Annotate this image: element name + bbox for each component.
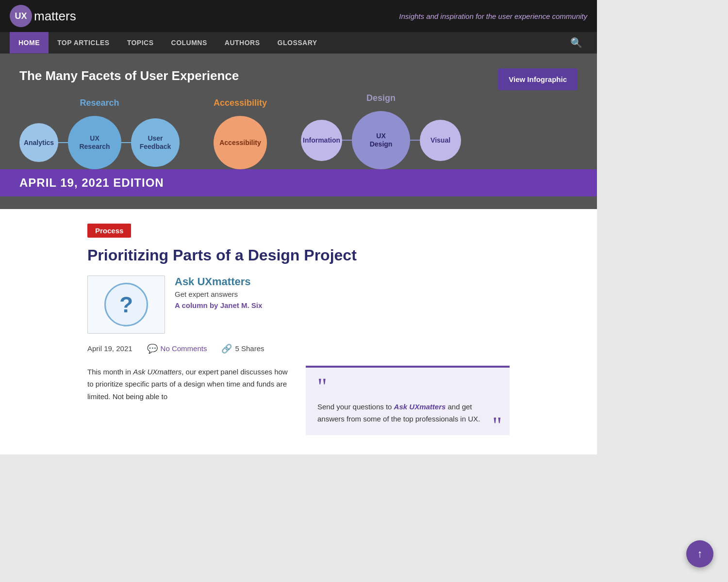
ux-research-bubble[interactable]: UXResearch xyxy=(68,116,121,169)
connector-purple-1 xyxy=(342,140,352,141)
column-name[interactable]: Ask UXmatters xyxy=(175,275,262,288)
view-infographic-button[interactable]: View Infographic xyxy=(498,68,578,90)
nav-bar: HOME TOP ARTICLES TOPICS COLUMNS AUTHORS… xyxy=(0,32,597,54)
main-article-area: Process Prioritizing Parts of a Design P… xyxy=(0,209,597,454)
connector-2 xyxy=(121,142,131,143)
research-label: Research xyxy=(80,98,119,108)
visual-bubble[interactable]: Visual xyxy=(420,120,461,161)
column-info: Ask UXmatters Get expert answers A colum… xyxy=(175,275,262,312)
author-name[interactable]: Janet M. Six xyxy=(220,301,263,309)
search-icon[interactable]: 🔍 xyxy=(565,32,587,53)
question-bubble: ? xyxy=(104,283,148,326)
author-prefix: A column by xyxy=(175,301,218,309)
article-body-text: This month in Ask UXmatters, our expert … xyxy=(87,366,291,435)
site-tagline: Insights and inspiration for the user ex… xyxy=(399,12,587,20)
article-meta-row: ? Ask UXmatters Get expert answers A col… xyxy=(87,275,510,334)
article-date: April 19, 2021 xyxy=(87,344,132,353)
quote-text: Send your questions to Ask UXmatters and… xyxy=(317,401,498,425)
ux-design-bubble[interactable]: UXDesign xyxy=(352,111,410,169)
research-group: Research Analytics UXResearch UserFeedba… xyxy=(19,98,180,169)
comments-stat[interactable]: 💬 No Comments xyxy=(147,343,207,354)
analytics-bubble[interactable]: Analytics xyxy=(19,123,58,162)
information-bubble[interactable]: Information xyxy=(301,120,342,161)
nav-item-columns[interactable]: COLUMNS xyxy=(163,32,216,53)
comments-count[interactable]: No Comments xyxy=(161,344,207,353)
comment-icon: 💬 xyxy=(147,343,158,354)
article-body-grid: This month in Ask UXmatters, our expert … xyxy=(87,366,510,435)
logo-ux-text: UX xyxy=(15,11,27,21)
quote-box: " Send your questions to Ask UXmatters a… xyxy=(306,366,510,435)
close-quote-mark: " xyxy=(492,420,502,431)
hero-title: The Many Facets of User Experience xyxy=(19,68,578,83)
accessibility-bubbles: Accessibility xyxy=(214,116,267,169)
article-title: Prioritizing Parts of a Design Project xyxy=(87,245,510,266)
category-badge[interactable]: Process xyxy=(87,224,131,238)
edition-bar: APRIL 19, 2021 EDITION xyxy=(0,169,597,196)
user-feedback-bubble[interactable]: UserFeedback xyxy=(131,118,180,167)
hero-banner: The Many Facets of User Experience View … xyxy=(0,54,597,209)
logo-area[interactable]: UX matters xyxy=(10,5,76,27)
research-bubbles: Analytics UXResearch UserFeedback xyxy=(19,116,180,169)
design-label: Design xyxy=(366,93,396,103)
nav-item-glossary[interactable]: GLOSSARY xyxy=(269,32,326,53)
connector-purple-2 xyxy=(410,140,420,141)
accessibility-group: Accessibility Accessibility xyxy=(214,98,267,169)
logo-circle: UX xyxy=(10,5,32,27)
shares-count: 5 Shares xyxy=(235,344,264,353)
logo-matters-text: matters xyxy=(34,9,76,24)
nav-item-home[interactable]: HOME xyxy=(10,32,49,53)
accessibility-bubble[interactable]: Accessibility xyxy=(214,116,267,169)
nav-item-top-articles[interactable]: TOP ARTICLES xyxy=(49,32,118,53)
article-thumbnail: ? xyxy=(87,275,165,334)
nav-item-topics[interactable]: TOPICS xyxy=(118,32,163,53)
infographic-area: Research Analytics UXResearch UserFeedba… xyxy=(19,93,578,169)
article-stats: April 19, 2021 💬 No Comments 🔗 5 Shares xyxy=(87,343,510,354)
design-bubbles: Information UXDesign Visual xyxy=(301,111,461,169)
content-wrapper: Process Prioritizing Parts of a Design P… xyxy=(0,209,597,454)
shares-stat[interactable]: 🔗 5 Shares xyxy=(221,343,264,354)
question-mark: ? xyxy=(119,291,133,318)
share-icon: 🔗 xyxy=(221,343,232,354)
open-quote-mark: " xyxy=(317,377,498,396)
design-group: Design Information UXDesign Visual xyxy=(301,93,461,169)
column-desc: Get expert answers xyxy=(175,290,262,298)
site-header: UX matters Insights and inspiration for … xyxy=(0,0,597,32)
nav-item-authors[interactable]: AUTHORS xyxy=(216,32,269,53)
column-author: A column by Janet M. Six xyxy=(175,301,262,309)
connector-1 xyxy=(58,142,68,143)
accessibility-label: Accessibility xyxy=(214,98,267,108)
